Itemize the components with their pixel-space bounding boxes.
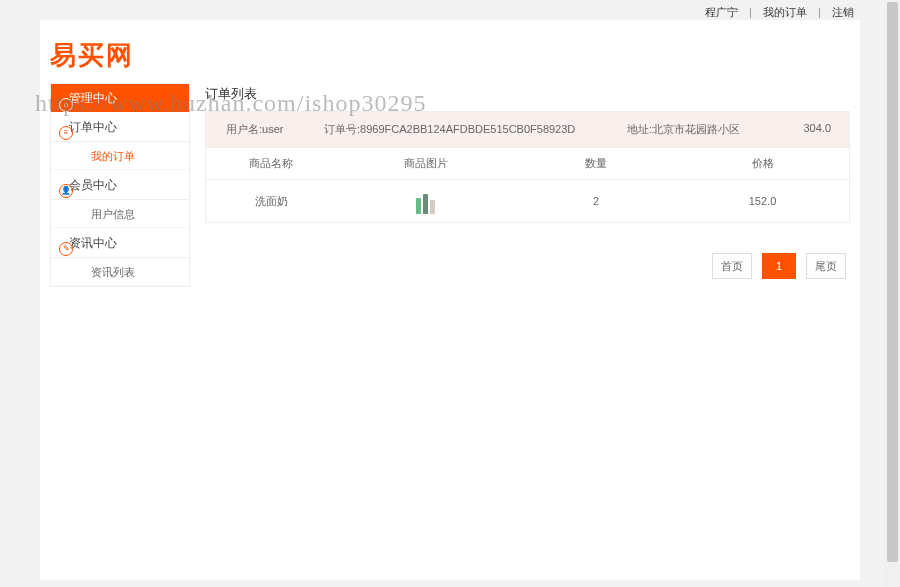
col-header-price: 价格 <box>676 148 849 180</box>
list-icon: ≡ <box>59 126 73 140</box>
topbar-logout[interactable]: 注销 <box>832 6 854 18</box>
order-number: 订单号:8969FCA2BB124AFDBDE515CB0F58923D <box>316 112 619 147</box>
sidebar-section-news[interactable]: ✎ 资讯中心 <box>51 228 189 258</box>
user-icon: 👤 <box>59 184 73 198</box>
scrollbar-thumb[interactable] <box>887 2 898 562</box>
cell-product-image <box>336 180 516 223</box>
sidebar-header: ⌂ 管理中心 <box>51 84 189 112</box>
page-number-button[interactable]: 1 <box>762 253 796 279</box>
order-address: 地址:北京市花园路小区 <box>619 112 779 147</box>
col-header-image: 商品图片 <box>336 148 516 180</box>
sidebar-header-label: 管理中心 <box>69 91 117 105</box>
sidebar-item-news-list[interactable]: 资讯列表 <box>51 258 189 286</box>
separator: | <box>818 6 821 18</box>
page-first-button[interactable]: 首页 <box>712 253 752 279</box>
cell-price: 152.0 <box>676 180 849 223</box>
order-user: 用户名:user <box>206 112 316 147</box>
sidebar-section-label: 订单中心 <box>69 120 117 134</box>
cell-product-name: 洗面奶 <box>206 180 336 223</box>
panel-title: 订单列表 <box>205 83 850 103</box>
product-thumbnail <box>410 188 442 214</box>
separator: | <box>749 6 752 18</box>
pagination: 首页 1 尾页 <box>205 253 850 279</box>
order-items-table: 商品名称 商品图片 数量 价格 洗面奶 <box>206 147 849 222</box>
sidebar-section-orders[interactable]: ≡ 订单中心 <box>51 112 189 142</box>
site-logo[interactable]: 易买网 <box>50 38 860 73</box>
sidebar-section-label: 会员中心 <box>69 178 117 192</box>
sidebar-section-member[interactable]: 👤 会员中心 <box>51 170 189 200</box>
col-header-qty: 数量 <box>516 148 676 180</box>
topbar-user[interactable]: 程广宁 <box>705 6 738 18</box>
sidebar: ⌂ 管理中心 ≡ 订单中心 我的订单 👤 会员中心 用户信息 ✎ 资讯中心 资 <box>50 83 190 287</box>
order-block: 用户名:user 订单号:8969FCA2BB124AFDBDE515CB0F5… <box>205 111 850 223</box>
sidebar-item-user-info[interactable]: 用户信息 <box>51 200 189 228</box>
home-icon: ⌂ <box>59 98 73 112</box>
topbar-my-orders[interactable]: 我的订单 <box>763 6 807 18</box>
col-header-name: 商品名称 <box>206 148 336 180</box>
cell-qty: 2 <box>516 180 676 223</box>
news-icon: ✎ <box>59 242 73 256</box>
order-summary-row: 用户名:user 订单号:8969FCA2BB124AFDBDE515CB0F5… <box>206 112 849 147</box>
scrollbar-track[interactable] <box>885 0 900 587</box>
sidebar-section-label: 资讯中心 <box>69 236 117 250</box>
order-total: 304.0 <box>779 112 849 147</box>
sidebar-item-my-orders[interactable]: 我的订单 <box>51 142 189 170</box>
page-last-button[interactable]: 尾页 <box>806 253 846 279</box>
top-bar: 程广宁 | 我的订单 | 注销 <box>0 0 900 20</box>
table-row: 洗面奶 2 152.0 <box>206 180 849 223</box>
